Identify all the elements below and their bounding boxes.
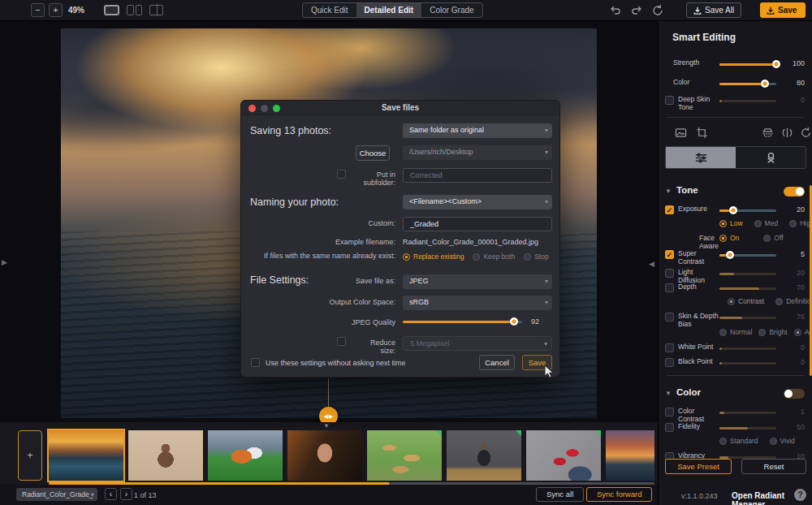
- reduce-size-dropdown[interactable]: 5 Megapixel ▾: [403, 336, 552, 351]
- zoom-out-button[interactable]: −: [31, 3, 45, 17]
- radio-definition[interactable]: Definition: [775, 297, 812, 305]
- colorspace-dropdown[interactable]: sRGB ▾: [403, 296, 552, 310]
- white-point-slider[interactable]: [719, 347, 776, 350]
- exposure-checkbox[interactable]: ✓: [665, 205, 674, 214]
- tab-detailed-edit[interactable]: Detailed Edit: [356, 3, 422, 17]
- strength-slider[interactable]: [719, 63, 776, 66]
- tab-color-grade[interactable]: Color Grade: [421, 3, 482, 17]
- save-all-button[interactable]: Save All: [686, 2, 741, 18]
- filename-dropdown[interactable]: Radiant_Color_Grade_ ▾: [16, 488, 97, 501]
- custom-suffix-input[interactable]: _Graded: [403, 217, 552, 231]
- filmstrip-collapse-icon[interactable]: ▼: [323, 422, 330, 429]
- depth-slider[interactable]: [719, 287, 776, 290]
- path-dropdown[interactable]: /Users/rich/Desktop ▾: [403, 145, 552, 160]
- radio-stop[interactable]: Stop: [524, 252, 549, 261]
- depth-checkbox[interactable]: [665, 283, 674, 292]
- reduce-size-label: Reduce size:: [355, 339, 395, 355]
- save-preset-button[interactable]: Save Preset: [665, 459, 732, 474]
- compare-slider-handle[interactable]: ◀ ▶: [319, 407, 338, 422]
- redo-icon[interactable]: [630, 4, 643, 17]
- thumbnail-man-portrait[interactable]: [287, 430, 362, 481]
- color-toggle[interactable]: [784, 389, 805, 399]
- exposure-slider[interactable]: [719, 209, 776, 212]
- radio-keep-both[interactable]: Keep both: [473, 252, 515, 261]
- single-view-icon[interactable]: [104, 5, 119, 15]
- dialog-titlebar[interactable]: Save files: [241, 101, 559, 115]
- chevron-down-icon: ▾: [544, 337, 547, 351]
- rotate-icon[interactable]: [800, 127, 812, 140]
- prev-photo-button[interactable]: ‹: [105, 488, 117, 500]
- radio-off[interactable]: Off: [763, 234, 783, 242]
- fidelity-checkbox[interactable]: [665, 423, 674, 432]
- black-point-checkbox[interactable]: [665, 358, 674, 367]
- jpeg-quality-slider[interactable]: [403, 321, 522, 323]
- radio-on[interactable]: On: [719, 234, 739, 242]
- color-slider[interactable]: [719, 83, 776, 85]
- remember-settings-checkbox[interactable]: [251, 358, 260, 367]
- subfolder-input[interactable]: Corrected: [403, 168, 552, 183]
- image-adjust-icon[interactable]: [675, 127, 688, 140]
- radio-vivid[interactable]: Vivid: [770, 437, 795, 445]
- white-point-checkbox[interactable]: [665, 343, 674, 352]
- tab-quick-edit[interactable]: Quick Edit: [303, 3, 356, 17]
- undo-icon[interactable]: [609, 4, 622, 17]
- thumbnail-woman-sitting[interactable]: [447, 430, 521, 481]
- choose-folder-button[interactable]: Choose: [356, 145, 390, 161]
- reduce-size-checkbox[interactable]: [337, 337, 346, 346]
- thumbnail-cheetahs[interactable]: [367, 430, 442, 481]
- radio-normal[interactable]: Normal: [719, 328, 752, 336]
- tab-portrait[interactable]: [736, 147, 806, 168]
- next-photo-button[interactable]: ›: [120, 488, 132, 500]
- thumbnail-red-shoes[interactable]: [526, 430, 601, 481]
- super-contrast-checkbox[interactable]: ✓: [665, 250, 674, 259]
- radio-replace-existing[interactable]: Replace existing: [403, 252, 464, 261]
- radio-bright[interactable]: Bright: [758, 328, 787, 336]
- thumbnail-sunset-clouds[interactable]: [606, 430, 654, 481]
- thumbnail-football[interactable]: [208, 430, 283, 481]
- collapse-triangle-icon[interactable]: ▼: [665, 188, 672, 195]
- light-diffusion-checkbox[interactable]: [665, 269, 674, 278]
- super-contrast-slider[interactable]: [719, 254, 776, 257]
- fidelity-mode-radios: Standard Vivid: [719, 436, 795, 446]
- color-contrast-checkbox[interactable]: [665, 408, 674, 417]
- radio-high[interactable]: High: [789, 219, 812, 227]
- fidelity-slider[interactable]: [719, 427, 776, 429]
- right-panel-toggle-icon[interactable]: ◀: [649, 260, 654, 268]
- save-button[interactable]: Save: [760, 2, 806, 18]
- subfolder-checkbox[interactable]: [337, 170, 346, 179]
- slider-label: Black Point: [678, 358, 720, 366]
- radio-contrast[interactable]: Contrast: [728, 297, 764, 305]
- radio-med[interactable]: Med: [754, 219, 779, 227]
- crop-icon[interactable]: [696, 127, 709, 140]
- before-after-icon[interactable]: [781, 127, 794, 140]
- cancel-button[interactable]: Cancel: [479, 355, 515, 370]
- compare-view-icon[interactable]: [149, 5, 163, 15]
- light-diffusion-slider[interactable]: [719, 273, 776, 275]
- add-photos-button[interactable]: +: [18, 430, 42, 481]
- reset-history-icon[interactable]: [651, 4, 664, 17]
- save-folder-dropdown[interactable]: Same folder as original ▾: [403, 123, 552, 138]
- sync-all-button[interactable]: Sync all: [536, 487, 584, 502]
- tone-toggle[interactable]: [784, 187, 805, 196]
- reset-button[interactable]: Reset: [741, 459, 806, 474]
- deep-skin-slider[interactable]: [719, 100, 776, 102]
- help-icon[interactable]: ?: [794, 489, 806, 501]
- split-view-icon[interactable]: [127, 5, 142, 15]
- sync-forward-button[interactable]: Sync forward: [586, 487, 652, 502]
- radio-standard[interactable]: Standard: [719, 437, 758, 445]
- zoom-in-button[interactable]: +: [49, 3, 63, 17]
- file-format-dropdown[interactable]: JPEG ▾: [403, 274, 552, 289]
- skin-depth-bias-checkbox[interactable]: [665, 313, 674, 322]
- thumbnail-woman-portrait[interactable]: [128, 430, 203, 481]
- black-point-slider[interactable]: [719, 362, 776, 365]
- collapse-triangle-icon[interactable]: ▼: [665, 390, 672, 397]
- naming-pattern-dropdown[interactable]: <Filename><Custom> ▾: [403, 195, 552, 209]
- tab-adjustments[interactable]: [666, 147, 736, 168]
- skin-depth-bias-slider[interactable]: [719, 317, 776, 319]
- deep-skin-checkbox[interactable]: [665, 96, 674, 105]
- thumbnail-sunset-sea[interactable]: [49, 430, 123, 481]
- left-panel-toggle-icon[interactable]: ▶: [2, 258, 7, 266]
- radio-low[interactable]: Low: [719, 219, 743, 227]
- color-contrast-slider[interactable]: [719, 412, 776, 414]
- flip-icon[interactable]: [762, 127, 775, 140]
